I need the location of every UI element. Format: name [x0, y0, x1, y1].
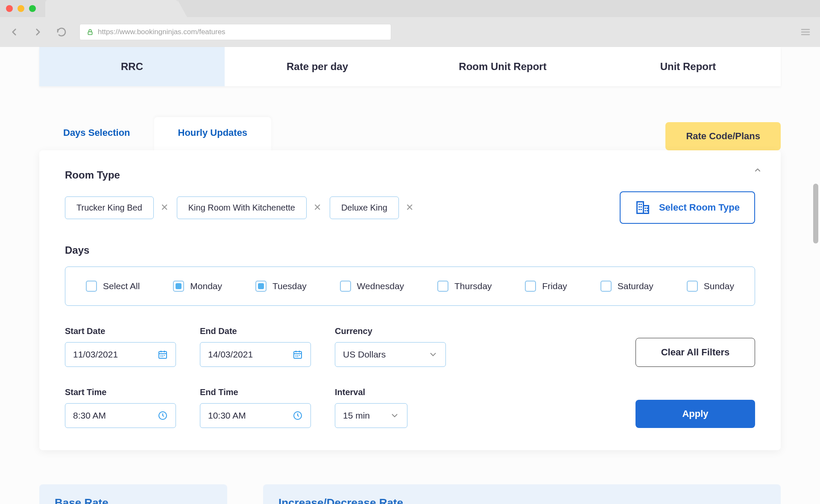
- svg-rect-1: [88, 32, 92, 35]
- day-checkbox-wednesday[interactable]: [340, 281, 351, 292]
- days-title: Days: [65, 244, 755, 256]
- apply-button[interactable]: Apply: [636, 400, 755, 428]
- day-checkbox-monday[interactable]: [173, 281, 184, 292]
- start-date-value: 11/03/2021: [73, 349, 118, 360]
- svg-rect-10: [641, 206, 642, 208]
- day-label: Saturday: [618, 281, 653, 291]
- svg-rect-9: [638, 206, 640, 208]
- day-checkbox-tuesday[interactable]: [255, 281, 266, 292]
- menu-icon[interactable]: [800, 27, 811, 37]
- svg-rect-11: [638, 209, 640, 210]
- svg-rect-12: [641, 209, 642, 210]
- currency-value: US Dollars: [343, 349, 386, 360]
- svg-rect-7: [638, 204, 640, 205]
- tab-room-unit-report[interactable]: Room Unit Report: [410, 47, 595, 86]
- back-icon[interactable]: [9, 26, 20, 38]
- chevron-down-icon: [390, 411, 399, 420]
- start-date-input[interactable]: 11/03/2021: [65, 342, 176, 367]
- increase-decrease-title: Increase/Decrease Rate: [278, 496, 765, 504]
- remove-chip-icon[interactable]: ✕: [404, 202, 415, 213]
- day-label: Thursday: [454, 281, 492, 291]
- day-label: Friday: [542, 281, 567, 291]
- svg-rect-15: [644, 210, 646, 211]
- window-close-icon[interactable]: [6, 5, 13, 12]
- browser-tab[interactable]: [45, 0, 178, 17]
- clock-icon: [293, 410, 303, 421]
- svg-rect-14: [647, 208, 648, 209]
- svg-rect-13: [644, 208, 646, 209]
- bottom-cards: Base Rate Increase/Decrease Rate: [39, 484, 781, 504]
- start-time-label: Start Time: [65, 387, 176, 397]
- day-checkbox-thursday[interactable]: [437, 281, 448, 292]
- interval-select[interactable]: 15 min: [335, 403, 407, 428]
- day-label: Tuesday: [272, 281, 307, 291]
- room-type-chip[interactable]: King Room With Kitchenette: [177, 196, 307, 219]
- filter-card: Room Type Trucker King Bed ✕ King Room W…: [39, 150, 781, 450]
- room-type-chip[interactable]: Deluxe King: [330, 196, 399, 219]
- end-date-value: 14/03/2021: [208, 349, 253, 360]
- remove-chip-icon[interactable]: ✕: [312, 202, 323, 213]
- interval-value: 15 min: [343, 410, 370, 421]
- currency-label: Currency: [335, 326, 446, 336]
- window-maximize-icon[interactable]: [29, 5, 36, 12]
- page-viewport: RRC Rate per day Room Unit Report Unit R…: [0, 47, 820, 504]
- tab-rrc[interactable]: RRC: [39, 47, 225, 86]
- browser-chrome: https://www.bookingninjas.com/features: [0, 0, 820, 47]
- tab-unit-report[interactable]: Unit Report: [595, 47, 781, 86]
- day-checkbox-friday[interactable]: [525, 281, 536, 292]
- clear-filters-button[interactable]: Clear All Filters: [636, 338, 755, 367]
- tab-days-selection[interactable]: Days Selection: [39, 117, 154, 150]
- end-time-label: End Time: [200, 387, 311, 397]
- rate-code-plans-button[interactable]: Rate Code/Plans: [665, 122, 781, 150]
- room-type-title: Room Type: [65, 169, 755, 181]
- room-type-row: Trucker King Bed ✕ King Room With Kitche…: [65, 191, 755, 224]
- end-date-label: End Date: [200, 326, 311, 336]
- base-rate-title: Base Rate: [55, 496, 212, 504]
- start-time-input[interactable]: 8:30 AM: [65, 403, 176, 428]
- tab-rate-per-day[interactable]: Rate per day: [225, 47, 410, 86]
- currency-select[interactable]: US Dollars: [335, 342, 446, 367]
- svg-rect-16: [647, 210, 648, 211]
- start-date-label: Start Date: [65, 326, 176, 336]
- days-box: Select All Monday Tuesday Wednesday Thur…: [65, 267, 755, 306]
- end-time-value: 10:30 AM: [208, 410, 246, 421]
- calendar-icon: [158, 349, 168, 360]
- traffic-lights: [6, 5, 36, 12]
- tab-hourly-updates[interactable]: Hourly Updates: [154, 117, 272, 150]
- start-time-value: 8:30 AM: [73, 410, 106, 421]
- collapse-icon[interactable]: [752, 166, 764, 174]
- window-minimize-icon[interactable]: [18, 5, 24, 12]
- svg-rect-5: [637, 202, 643, 214]
- base-rate-card[interactable]: Base Rate: [39, 484, 227, 504]
- increase-decrease-card[interactable]: Increase/Decrease Rate: [263, 484, 781, 504]
- svg-rect-8: [641, 204, 642, 205]
- select-all-label: Select All: [103, 281, 140, 291]
- chevron-down-icon: [428, 350, 438, 359]
- day-checkbox-saturday[interactable]: [600, 281, 612, 292]
- select-room-type-label: Select Room Type: [659, 202, 740, 213]
- sub-section: Days Selection Hourly Updates Rate Code/…: [39, 117, 781, 450]
- browser-toolbar: https://www.bookingninjas.com/features: [0, 17, 820, 47]
- day-label: Monday: [190, 281, 222, 291]
- day-label: Wednesday: [357, 281, 404, 291]
- forward-icon[interactable]: [32, 26, 44, 38]
- remove-chip-icon[interactable]: ✕: [159, 202, 170, 213]
- url-text: https://www.bookingninjas.com/features: [98, 28, 226, 36]
- filters-grid: Start Date 11/03/2021 End Date 14/03/202…: [65, 326, 755, 428]
- lock-icon: [87, 28, 94, 36]
- end-time-input[interactable]: 10:30 AM: [200, 403, 311, 428]
- select-room-type-button[interactable]: Select Room Type: [620, 191, 755, 224]
- end-date-input[interactable]: 14/03/2021: [200, 342, 311, 367]
- url-bar[interactable]: https://www.bookingninjas.com/features: [79, 24, 391, 40]
- day-label: Sunday: [704, 281, 734, 291]
- interval-label: Interval: [335, 387, 446, 397]
- select-all-checkbox[interactable]: [86, 281, 97, 292]
- reload-icon[interactable]: [56, 27, 67, 37]
- main-tabs: RRC Rate per day Room Unit Report Unit R…: [39, 47, 781, 86]
- svg-rect-6: [643, 206, 648, 214]
- clock-icon: [158, 410, 168, 421]
- scrollbar-thumb[interactable]: [813, 184, 818, 243]
- room-type-chip[interactable]: Trucker King Bed: [65, 196, 154, 219]
- day-checkbox-sunday[interactable]: [687, 281, 698, 292]
- tab-strip: [0, 0, 820, 17]
